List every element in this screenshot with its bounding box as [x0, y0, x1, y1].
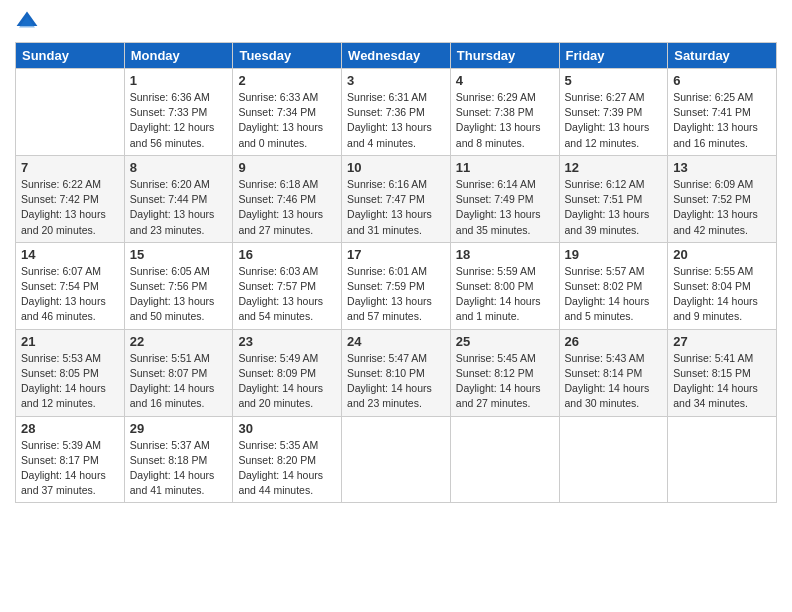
- day-number: 17: [347, 247, 445, 262]
- calendar-cell: 12Sunrise: 6:12 AMSunset: 7:51 PMDayligh…: [559, 155, 668, 242]
- day-number: 18: [456, 247, 554, 262]
- day-number: 6: [673, 73, 771, 88]
- day-number: 7: [21, 160, 119, 175]
- calendar-cell: 24Sunrise: 5:47 AMSunset: 8:10 PMDayligh…: [342, 329, 451, 416]
- day-info: Sunrise: 6:09 AMSunset: 7:52 PMDaylight:…: [673, 177, 771, 238]
- calendar-cell: 25Sunrise: 5:45 AMSunset: 8:12 PMDayligh…: [450, 329, 559, 416]
- calendar-cell: 14Sunrise: 6:07 AMSunset: 7:54 PMDayligh…: [16, 242, 125, 329]
- day-number: 8: [130, 160, 228, 175]
- day-info: Sunrise: 5:45 AMSunset: 8:12 PMDaylight:…: [456, 351, 554, 412]
- day-info: Sunrise: 5:51 AMSunset: 8:07 PMDaylight:…: [130, 351, 228, 412]
- calendar-cell: 11Sunrise: 6:14 AMSunset: 7:49 PMDayligh…: [450, 155, 559, 242]
- day-info: Sunrise: 6:29 AMSunset: 7:38 PMDaylight:…: [456, 90, 554, 151]
- day-info: Sunrise: 5:49 AMSunset: 8:09 PMDaylight:…: [238, 351, 336, 412]
- calendar-cell: 15Sunrise: 6:05 AMSunset: 7:56 PMDayligh…: [124, 242, 233, 329]
- day-info: Sunrise: 5:55 AMSunset: 8:04 PMDaylight:…: [673, 264, 771, 325]
- calendar-cell: 30Sunrise: 5:35 AMSunset: 8:20 PMDayligh…: [233, 416, 342, 503]
- day-info: Sunrise: 6:31 AMSunset: 7:36 PMDaylight:…: [347, 90, 445, 151]
- day-info: Sunrise: 5:41 AMSunset: 8:15 PMDaylight:…: [673, 351, 771, 412]
- day-info: Sunrise: 6:36 AMSunset: 7:33 PMDaylight:…: [130, 90, 228, 151]
- day-number: 5: [565, 73, 663, 88]
- day-number: 4: [456, 73, 554, 88]
- day-info: Sunrise: 6:20 AMSunset: 7:44 PMDaylight:…: [130, 177, 228, 238]
- calendar-cell: 21Sunrise: 5:53 AMSunset: 8:05 PMDayligh…: [16, 329, 125, 416]
- day-info: Sunrise: 5:39 AMSunset: 8:17 PMDaylight:…: [21, 438, 119, 499]
- day-info: Sunrise: 6:14 AMSunset: 7:49 PMDaylight:…: [456, 177, 554, 238]
- calendar-cell: 4Sunrise: 6:29 AMSunset: 7:38 PMDaylight…: [450, 69, 559, 156]
- day-header-friday: Friday: [559, 43, 668, 69]
- day-number: 27: [673, 334, 771, 349]
- day-number: 22: [130, 334, 228, 349]
- calendar-cell: 10Sunrise: 6:16 AMSunset: 7:47 PMDayligh…: [342, 155, 451, 242]
- calendar-cell: 1Sunrise: 6:36 AMSunset: 7:33 PMDaylight…: [124, 69, 233, 156]
- day-number: 28: [21, 421, 119, 436]
- day-number: 25: [456, 334, 554, 349]
- calendar-cell: 16Sunrise: 6:03 AMSunset: 7:57 PMDayligh…: [233, 242, 342, 329]
- calendar-week-row: 7Sunrise: 6:22 AMSunset: 7:42 PMDaylight…: [16, 155, 777, 242]
- calendar-cell: [668, 416, 777, 503]
- day-header-monday: Monday: [124, 43, 233, 69]
- day-number: 13: [673, 160, 771, 175]
- day-number: 11: [456, 160, 554, 175]
- day-number: 26: [565, 334, 663, 349]
- day-number: 14: [21, 247, 119, 262]
- calendar-cell: 5Sunrise: 6:27 AMSunset: 7:39 PMDaylight…: [559, 69, 668, 156]
- calendar-cell: 3Sunrise: 6:31 AMSunset: 7:36 PMDaylight…: [342, 69, 451, 156]
- calendar-cell: 29Sunrise: 5:37 AMSunset: 8:18 PMDayligh…: [124, 416, 233, 503]
- calendar-week-row: 14Sunrise: 6:07 AMSunset: 7:54 PMDayligh…: [16, 242, 777, 329]
- calendar-cell: 20Sunrise: 5:55 AMSunset: 8:04 PMDayligh…: [668, 242, 777, 329]
- calendar-week-row: 1Sunrise: 6:36 AMSunset: 7:33 PMDaylight…: [16, 69, 777, 156]
- calendar-cell: 27Sunrise: 5:41 AMSunset: 8:15 PMDayligh…: [668, 329, 777, 416]
- calendar-cell: 18Sunrise: 5:59 AMSunset: 8:00 PMDayligh…: [450, 242, 559, 329]
- general-blue-logo-icon: [15, 10, 39, 34]
- day-number: 12: [565, 160, 663, 175]
- day-info: Sunrise: 6:25 AMSunset: 7:41 PMDaylight:…: [673, 90, 771, 151]
- day-info: Sunrise: 5:53 AMSunset: 8:05 PMDaylight:…: [21, 351, 119, 412]
- day-info: Sunrise: 5:43 AMSunset: 8:14 PMDaylight:…: [565, 351, 663, 412]
- calendar-cell: [559, 416, 668, 503]
- calendar-cell: 8Sunrise: 6:20 AMSunset: 7:44 PMDaylight…: [124, 155, 233, 242]
- day-number: 10: [347, 160, 445, 175]
- day-info: Sunrise: 5:47 AMSunset: 8:10 PMDaylight:…: [347, 351, 445, 412]
- day-info: Sunrise: 5:59 AMSunset: 8:00 PMDaylight:…: [456, 264, 554, 325]
- calendar-week-row: 28Sunrise: 5:39 AMSunset: 8:17 PMDayligh…: [16, 416, 777, 503]
- day-info: Sunrise: 6:18 AMSunset: 7:46 PMDaylight:…: [238, 177, 336, 238]
- day-number: 24: [347, 334, 445, 349]
- day-number: 3: [347, 73, 445, 88]
- calendar-cell: 19Sunrise: 5:57 AMSunset: 8:02 PMDayligh…: [559, 242, 668, 329]
- day-number: 16: [238, 247, 336, 262]
- calendar-cell: 22Sunrise: 5:51 AMSunset: 8:07 PMDayligh…: [124, 329, 233, 416]
- day-number: 30: [238, 421, 336, 436]
- day-number: 19: [565, 247, 663, 262]
- day-info: Sunrise: 6:03 AMSunset: 7:57 PMDaylight:…: [238, 264, 336, 325]
- day-number: 1: [130, 73, 228, 88]
- day-info: Sunrise: 6:27 AMSunset: 7:39 PMDaylight:…: [565, 90, 663, 151]
- logo: [15, 10, 43, 34]
- calendar-cell: [450, 416, 559, 503]
- day-number: 21: [21, 334, 119, 349]
- day-header-saturday: Saturday: [668, 43, 777, 69]
- day-info: Sunrise: 5:57 AMSunset: 8:02 PMDaylight:…: [565, 264, 663, 325]
- day-header-tuesday: Tuesday: [233, 43, 342, 69]
- day-number: 23: [238, 334, 336, 349]
- day-number: 29: [130, 421, 228, 436]
- day-header-wednesday: Wednesday: [342, 43, 451, 69]
- calendar-cell: 2Sunrise: 6:33 AMSunset: 7:34 PMDaylight…: [233, 69, 342, 156]
- day-info: Sunrise: 6:07 AMSunset: 7:54 PMDaylight:…: [21, 264, 119, 325]
- day-info: Sunrise: 6:33 AMSunset: 7:34 PMDaylight:…: [238, 90, 336, 151]
- day-info: Sunrise: 6:22 AMSunset: 7:42 PMDaylight:…: [21, 177, 119, 238]
- day-header-sunday: Sunday: [16, 43, 125, 69]
- calendar-cell: [16, 69, 125, 156]
- day-info: Sunrise: 6:01 AMSunset: 7:59 PMDaylight:…: [347, 264, 445, 325]
- page-header: [15, 10, 777, 34]
- calendar-week-row: 21Sunrise: 5:53 AMSunset: 8:05 PMDayligh…: [16, 329, 777, 416]
- calendar-cell: 9Sunrise: 6:18 AMSunset: 7:46 PMDaylight…: [233, 155, 342, 242]
- calendar-cell: [342, 416, 451, 503]
- day-number: 9: [238, 160, 336, 175]
- calendar-cell: 26Sunrise: 5:43 AMSunset: 8:14 PMDayligh…: [559, 329, 668, 416]
- calendar-cell: 23Sunrise: 5:49 AMSunset: 8:09 PMDayligh…: [233, 329, 342, 416]
- day-number: 20: [673, 247, 771, 262]
- day-info: Sunrise: 5:37 AMSunset: 8:18 PMDaylight:…: [130, 438, 228, 499]
- calendar-header-row: SundayMondayTuesdayWednesdayThursdayFrid…: [16, 43, 777, 69]
- day-number: 15: [130, 247, 228, 262]
